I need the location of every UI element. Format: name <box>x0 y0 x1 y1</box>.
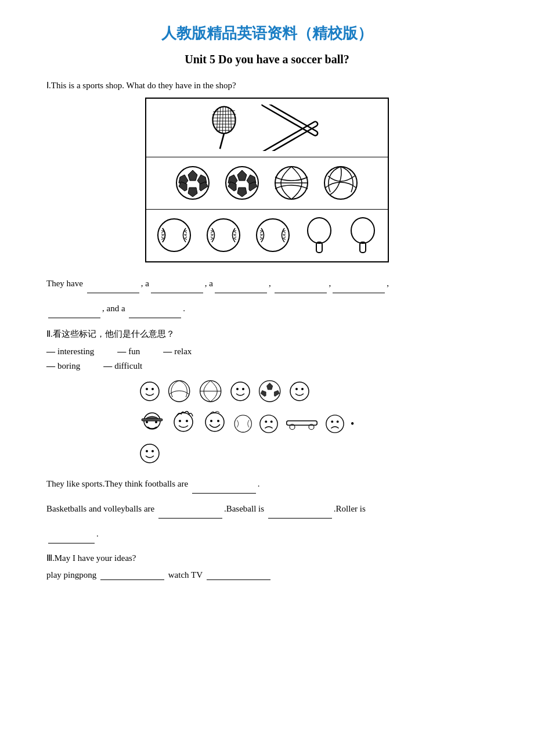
basketball-icon <box>273 164 311 202</box>
soccer-ball-icon-2 <box>223 164 261 202</box>
svg-point-49 <box>242 388 244 390</box>
svg-line-2 <box>219 107 221 132</box>
svg-point-65 <box>210 420 212 422</box>
page-title: 人教版精品英语资料（精校版） <box>46 23 488 44</box>
svg-point-56 <box>301 388 304 390</box>
section2-header: Ⅱ.看这些标记，他们是什么意思？ <box>46 329 488 340</box>
svg-point-76 <box>337 420 339 423</box>
svg-point-48 <box>236 388 239 390</box>
mark-difficult: — difficult <box>103 361 142 371</box>
baseball-icon-1 <box>156 217 193 254</box>
unit-title: Unit 5 Do you have a soccer ball? <box>46 53 488 66</box>
pingpong-paddle-icon-1 <box>304 217 335 254</box>
svg-point-67 <box>234 415 251 432</box>
svg-point-59 <box>146 421 148 423</box>
racket-icon <box>207 105 241 151</box>
image-row-1 <box>146 99 388 157</box>
emoji-row-3 <box>139 443 395 464</box>
section2-fill-3: . <box>46 524 488 543</box>
section1-fill-blank-1: They have , a, a, ,, <box>46 274 488 293</box>
svg-line-1 <box>217 109 218 131</box>
svg-point-75 <box>331 420 333 423</box>
soccer-small-icon <box>258 379 282 404</box>
sad-face-icon-1 <box>259 414 279 434</box>
svg-point-55 <box>295 388 298 390</box>
svg-point-39 <box>351 218 374 243</box>
svg-point-66 <box>217 420 219 422</box>
svg-line-3 <box>222 107 223 134</box>
volleyball-icon <box>322 164 360 202</box>
svg-line-6 <box>231 109 232 131</box>
section3-label: Ⅲ.May I have your ideas? <box>46 553 488 563</box>
sad-face-icon-2 <box>325 414 345 434</box>
svg-point-62 <box>179 420 181 422</box>
svg-marker-25 <box>237 170 247 181</box>
svg-rect-15 <box>261 121 318 151</box>
svg-point-33 <box>324 167 357 199</box>
svg-line-8 <box>212 114 236 115</box>
pingpong-paddle-icon-2 <box>347 217 379 254</box>
skateboard-icon <box>284 415 319 433</box>
mark-fun: — fun <box>117 347 140 357</box>
smiley-icon-4 <box>139 443 160 464</box>
baseball-icon-3 <box>254 217 292 254</box>
svg-point-43 <box>151 388 154 390</box>
section3-fill: play pingpong watch TV <box>46 570 488 580</box>
svg-point-54 <box>290 382 309 401</box>
cap-figure-icon <box>139 409 165 438</box>
svg-point-79 <box>151 450 154 452</box>
svg-point-69 <box>265 420 267 423</box>
volleyball-small-icon <box>167 379 192 404</box>
svg-rect-58 <box>142 419 163 421</box>
emoji-section: • <box>139 379 395 464</box>
baseball-bats-icon <box>252 105 327 151</box>
happy-face-icon <box>202 409 228 438</box>
section2-label: Ⅱ.看这些标记，他们是什么意思？ <box>46 329 488 340</box>
mark-interesting: — interesting <box>46 347 94 357</box>
svg-point-42 <box>146 388 148 390</box>
svg-point-41 <box>140 382 159 401</box>
marks-row-2: — boring — difficult <box>46 361 488 371</box>
svg-marker-53 <box>274 390 279 396</box>
svg-marker-51 <box>267 383 273 390</box>
image-row-2 <box>146 157 388 210</box>
section3-header: Ⅲ.May I have your ideas? play pingpong w… <box>46 553 488 580</box>
svg-point-64 <box>205 413 224 431</box>
svg-point-77 <box>140 444 159 463</box>
smiley-icon-3 <box>289 381 310 402</box>
sports-image-box <box>145 98 389 262</box>
svg-point-68 <box>260 415 277 433</box>
svg-marker-30 <box>237 188 247 197</box>
smiley-icon-2 <box>230 381 251 402</box>
svg-line-14 <box>220 134 224 149</box>
section1-label: Ⅰ.This is a sports shop. What do they ha… <box>46 80 488 91</box>
svg-point-78 <box>146 450 148 452</box>
emoji-row-1 <box>139 379 395 404</box>
basketball-small-icon <box>199 379 223 404</box>
svg-marker-18 <box>188 170 197 181</box>
svg-point-63 <box>186 420 188 422</box>
svg-point-44 <box>169 381 190 402</box>
dot-decoration: • <box>351 418 354 430</box>
svg-marker-52 <box>261 390 266 396</box>
marks-row-1: — interesting — fun — relax <box>46 347 488 357</box>
baseball-tiny-icon <box>233 414 253 434</box>
svg-point-74 <box>326 415 344 433</box>
svg-point-37 <box>308 218 331 243</box>
section2-fill-1: They like sports.They think footballs ar… <box>46 474 488 494</box>
section1-fill-blank-2: , and a . <box>46 299 488 318</box>
soccer-ball-icon-1 <box>174 164 212 202</box>
emoji-row-2: • <box>139 409 395 438</box>
image-row-3 <box>146 210 388 261</box>
svg-marker-23 <box>188 188 197 197</box>
scribble-face-icon <box>171 409 196 438</box>
section2-fill-2: Basketballs and volleyballs are .Basebal… <box>46 499 488 519</box>
svg-point-70 <box>270 420 273 423</box>
baseball-icon-2 <box>205 217 243 254</box>
svg-rect-16 <box>261 105 318 136</box>
mark-relax: — relax <box>163 347 192 357</box>
svg-point-60 <box>155 421 157 423</box>
svg-point-47 <box>231 382 250 401</box>
smiley-icon-1 <box>139 381 160 402</box>
mark-boring: — boring <box>46 361 80 371</box>
